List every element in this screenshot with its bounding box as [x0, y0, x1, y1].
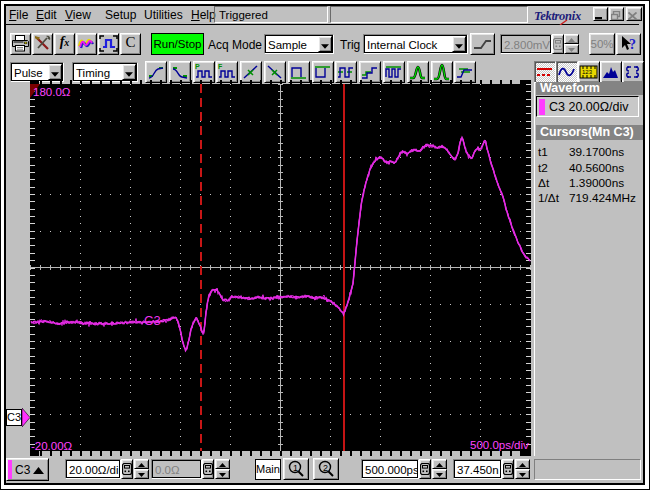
svg-text:123: 123	[582, 69, 593, 75]
svg-text:P: P	[195, 63, 200, 70]
svg-text:1: 1	[293, 463, 298, 473]
svg-text:2: 2	[323, 463, 328, 473]
svg-text:?: ?	[629, 37, 636, 52]
svg-text:F: F	[218, 63, 223, 70]
